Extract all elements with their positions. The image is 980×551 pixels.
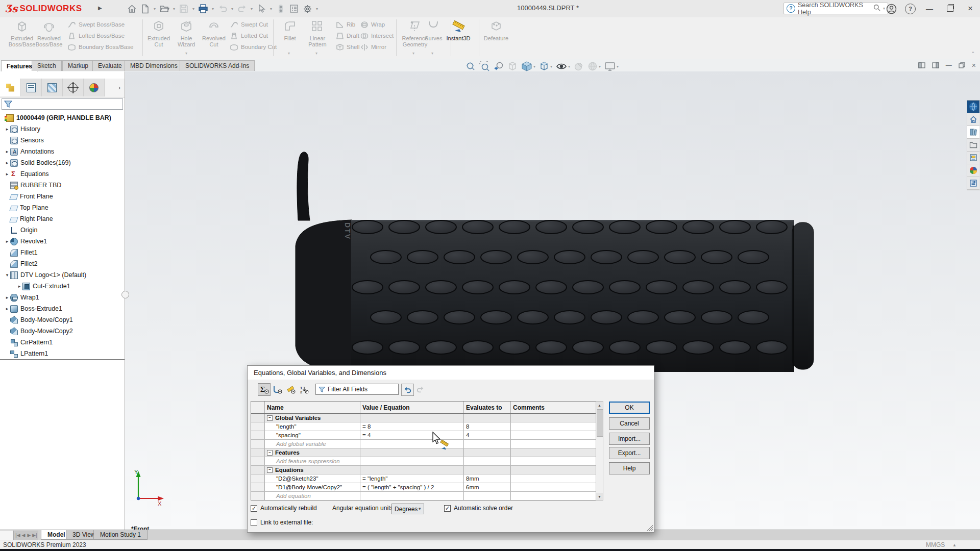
first-tab-arrow[interactable]: |◀	[15, 533, 20, 538]
table-row-add-equation[interactable]: Add equation	[251, 492, 596, 500]
tab-markup[interactable]: Markup	[62, 60, 94, 71]
configurationmanager-tab[interactable]	[42, 79, 63, 96]
open-icon[interactable]	[158, 2, 171, 15]
linear-pattern-button[interactable]: Linear Pattern	[303, 19, 332, 47]
table-row-spacing[interactable]: "spacing" = 4 4	[251, 431, 596, 440]
display-style-dropdown[interactable]: ▾	[550, 64, 552, 69]
pane-right-icon[interactable]	[932, 62, 939, 68]
lofted-cut-button[interactable]: Lofted Cut	[230, 30, 277, 41]
help-icon[interactable]: ?	[905, 4, 916, 14]
undo-dropdown[interactable]: ▾	[229, 7, 235, 11]
tree-item-sensors[interactable]: Sensors	[0, 135, 125, 146]
new-document-icon[interactable]	[138, 2, 152, 15]
collapse-icon[interactable]: −	[267, 450, 273, 456]
print-dropdown[interactable]: ▾	[210, 7, 216, 11]
apply-scene-dropdown[interactable]: ▾	[599, 64, 601, 69]
save-icon[interactable]	[177, 2, 190, 15]
doc-close-icon[interactable]: ×	[972, 61, 976, 69]
defeature-button[interactable]: Defeature	[482, 19, 510, 41]
propertymanager-tab[interactable]	[21, 79, 42, 96]
revolved-boss-base-button[interactable]: Revolved Boss/Base	[33, 19, 65, 47]
tree-item-top-plane[interactable]: Top Plane	[0, 202, 125, 213]
zoom-to-fit-icon[interactable]	[465, 61, 476, 71]
tree-item-material[interactable]: RUBBER TBD	[0, 180, 125, 191]
tree-item-front-plane[interactable]: Front Plane	[0, 191, 125, 202]
table-row-add-feature-suppression[interactable]: Add feature suppression	[251, 457, 596, 466]
tree-item-dtv-logo[interactable]: ▾DTV Logo<1> (Default)	[0, 269, 125, 281]
scroll-up-arrow[interactable]: ▲	[596, 402, 603, 409]
options-list-icon[interactable]	[287, 2, 301, 15]
mirror-button[interactable]: Mirror	[360, 41, 394, 53]
rib-button[interactable]: Rib	[336, 19, 360, 30]
table-row-features[interactable]: −Features	[251, 448, 596, 457]
scroll-down-arrow[interactable]: ▼	[596, 493, 603, 500]
tree-filter-input[interactable]	[2, 98, 123, 110]
wrap-button[interactable]: Wrap	[360, 19, 394, 30]
tree-item-annotations[interactable]: ▸Annotations	[0, 146, 125, 157]
panel-tabs-overflow[interactable]: ›	[105, 79, 125, 97]
new-dropdown[interactable]: ▾	[152, 7, 158, 11]
apply-scene-icon[interactable]: ▾	[587, 61, 601, 71]
view-palette-tab[interactable]	[967, 152, 979, 164]
cancel-button[interactable]: Cancel	[609, 417, 650, 430]
view-orientation-icon[interactable]: ▾	[521, 61, 535, 72]
logo-flyout-arrow[interactable]: ▶	[98, 5, 102, 11]
sketch-equation-view-button[interactable]	[271, 383, 284, 396]
swept-cut-button[interactable]: Swept Cut	[230, 19, 277, 30]
featuremanager-tab[interactable]	[0, 79, 21, 96]
solidworks-logo[interactable]: Ʒs SOLIDWORKS	[5, 3, 82, 14]
checkbox-checked[interactable]: ✓	[444, 505, 451, 512]
table-row-equations[interactable]: −Equations	[251, 466, 596, 474]
pane-left-icon[interactable]	[918, 62, 925, 68]
lofted-boss-base-button[interactable]: Lofted Boss/Base	[67, 30, 133, 41]
settings-dropdown[interactable]: ▾	[314, 7, 320, 11]
custom-properties-tab[interactable]	[967, 177, 979, 190]
tree-item-fillet1[interactable]: Fillet1	[0, 247, 125, 258]
hide-show-dropdown[interactable]: ▾	[568, 64, 570, 69]
design-library-tab[interactable]	[967, 126, 979, 139]
ok-button[interactable]: OK	[609, 402, 650, 414]
open-dropdown[interactable]: ▾	[171, 7, 177, 11]
export-button[interactable]: Export...	[609, 447, 650, 459]
display-style-icon[interactable]: ▾	[539, 61, 552, 71]
table-row-add-global-variable[interactable]: Add global variable	[251, 440, 596, 448]
intersect-button[interactable]: Intersect	[360, 30, 394, 41]
view-settings-dropdown[interactable]: ▾	[617, 64, 619, 69]
undo-icon[interactable]	[216, 2, 229, 15]
instant3d-button[interactable]: Instant3D	[443, 19, 474, 41]
tab-mbd-dimensions[interactable]: MBD Dimensions	[125, 60, 183, 71]
prev-tab-arrow[interactable]: ◀	[21, 533, 26, 538]
section-view-icon[interactable]	[507, 61, 518, 71]
help-button[interactable]: Help	[609, 462, 650, 474]
ribbon-collapse-chevron[interactable]: ⌃	[971, 51, 975, 56]
dimxpertmanager-tab[interactable]	[63, 79, 84, 96]
checkbox-checked[interactable]: ✓	[251, 505, 257, 512]
collapse-icon[interactable]: −	[267, 467, 273, 473]
tree-item-revolve1[interactable]: ▸Revolve1	[0, 236, 125, 247]
appearances-tab[interactable]	[967, 164, 979, 177]
automatically-rebuild-checkbox[interactable]: ✓ Automatically rebuild	[251, 505, 317, 512]
redo-icon[interactable]	[235, 2, 249, 15]
minimize-button[interactable]: —	[923, 2, 936, 15]
hide-show-items-icon[interactable]: ▾	[556, 62, 570, 71]
tree-item-wrap1[interactable]: ▸Wrap1	[0, 292, 125, 303]
units-selector[interactable]: MMGS	[926, 541, 945, 548]
redo-dropdown[interactable]: ▾	[249, 7, 255, 11]
tab-evaluate[interactable]: Evaluate	[92, 60, 128, 71]
tree-item-body-move-copy2[interactable]: Body-Move/Copy2	[0, 325, 125, 337]
last-tab-arrow[interactable]: ▶|	[32, 533, 37, 538]
tab-solidworks-addins[interactable]: SOLIDWORKS Add-Ins	[180, 60, 255, 71]
tree-item-body-move-copy1[interactable]: Body-Move/Copy1	[0, 314, 125, 325]
tree-item-solid-bodies[interactable]: ▸Solid Bodies(169)	[0, 157, 125, 168]
tree-item-equations[interactable]: ▸Equations	[0, 168, 125, 180]
home-icon[interactable]	[125, 2, 138, 15]
linear-pattern-dropdown[interactable]: ▾	[315, 51, 317, 56]
file-explorer-tab[interactable]	[967, 139, 979, 152]
tree-freeze-bar[interactable]	[0, 359, 125, 360]
table-scrollbar[interactable]: ▲ ▼	[596, 401, 603, 500]
help-search-box[interactable]: ? Search SOLIDWORKS Help ▾	[783, 3, 888, 14]
user-account-icon[interactable]	[885, 2, 898, 15]
tree-item-boss-extrude1[interactable]: ▸Boss-Extrude1	[0, 303, 125, 314]
hole-wizard-dropdown[interactable]: ▾	[185, 51, 187, 56]
close-button[interactable]: ×	[964, 2, 977, 15]
